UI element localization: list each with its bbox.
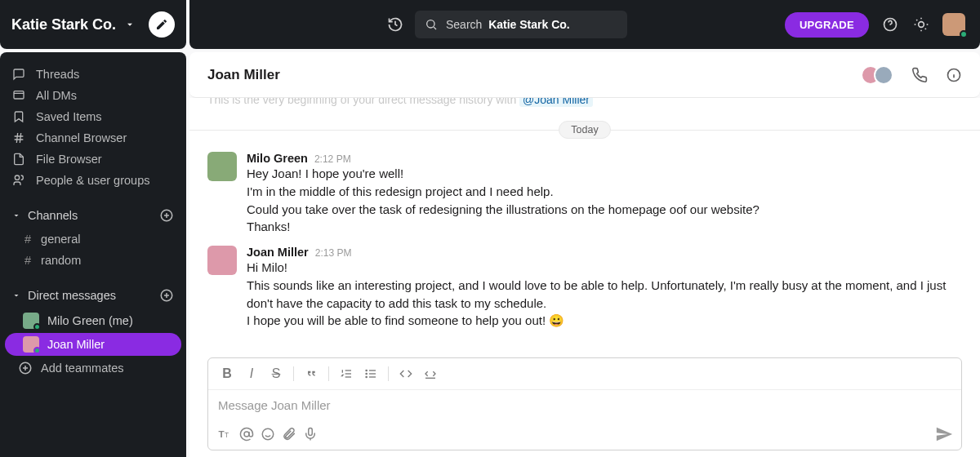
- message-input[interactable]: Message Joan Miller: [208, 390, 961, 420]
- user-avatar[interactable]: [942, 13, 965, 36]
- conversation-title: Joan Miller: [207, 67, 280, 83]
- notifications-button[interactable]: [911, 16, 931, 33]
- nav-label: Threads: [36, 68, 79, 81]
- svg-rect-0: [14, 91, 24, 99]
- upgrade-button[interactable]: UPGRADE: [785, 12, 869, 38]
- threads-icon: [11, 68, 26, 81]
- date-divider: Today: [189, 121, 980, 139]
- search-scope: Katie Stark Co.: [488, 18, 570, 31]
- dm-joan-miller[interactable]: Joan Miller: [5, 333, 181, 356]
- mic-button[interactable]: [303, 427, 318, 441]
- channel-random[interactable]: #random: [0, 250, 186, 271]
- compose-button[interactable]: [149, 11, 175, 38]
- caret-down-icon: [11, 291, 21, 300]
- intro-mention[interactable]: @Joan Miller: [519, 98, 593, 107]
- bullet-list-button[interactable]: [360, 365, 381, 383]
- presence-dot: [960, 30, 968, 38]
- date-label: Today: [559, 121, 610, 139]
- ordered-list-button[interactable]: [336, 365, 357, 383]
- message-body: Hey Joan! I hope you're well! I'm in the…: [247, 165, 760, 236]
- sidebar-scroll: Threads All DMs Saved Items Channel Brow…: [0, 52, 186, 457]
- plus-icon: [18, 361, 33, 375]
- message-time: 2:13 PM: [315, 247, 352, 259]
- svg-point-36: [366, 370, 367, 370]
- svg-line-5: [20, 133, 20, 143]
- formatting-toolbar: B I S: [208, 358, 961, 390]
- member-avatars[interactable]: [861, 65, 893, 85]
- history-button[interactable]: [387, 16, 403, 33]
- nav-channel-browser[interactable]: Channel Browser: [0, 127, 186, 149]
- svg-point-16: [427, 20, 434, 28]
- attach-button[interactable]: [282, 427, 296, 441]
- section-label: Direct messages: [28, 289, 116, 302]
- section-label: Channels: [28, 209, 78, 222]
- avatar: [23, 336, 39, 353]
- emoji-button[interactable]: [261, 427, 275, 441]
- svg-text:T: T: [225, 431, 229, 439]
- channels-section-header[interactable]: Channels: [0, 202, 186, 228]
- message-author[interactable]: Milo Green: [247, 152, 308, 165]
- code-button[interactable]: [395, 365, 416, 383]
- search-input[interactable]: Search Katie Stark Co.: [415, 11, 627, 38]
- svg-point-20: [919, 22, 924, 28]
- avatar: [874, 65, 893, 85]
- svg-rect-46: [309, 428, 313, 436]
- quote-button[interactable]: [301, 365, 322, 383]
- composer[interactable]: B I S Message Joan Miller TT: [207, 357, 962, 450]
- channel-name: random: [41, 254, 81, 267]
- hash-icon: #: [24, 254, 31, 267]
- bookmark-icon: [11, 110, 26, 123]
- svg-text:T: T: [219, 428, 225, 439]
- strike-button[interactable]: S: [265, 365, 287, 383]
- dm-milo-green[interactable]: Milo Green (me): [5, 309, 181, 332]
- italic-button[interactable]: I: [241, 365, 262, 383]
- workspace-header[interactable]: Katie Stark Co.: [0, 0, 186, 49]
- composer-area: B I S Message Joan Miller TT: [189, 349, 980, 457]
- avatar[interactable]: [207, 152, 237, 181]
- channel-general[interactable]: #general: [0, 228, 186, 250]
- svg-point-42: [244, 432, 249, 437]
- nav-people[interactable]: People & user groups: [0, 170, 186, 191]
- hash-icon: #: [24, 233, 31, 246]
- dms-section-header[interactable]: Direct messages: [0, 282, 186, 308]
- mention-button[interactable]: [239, 427, 254, 441]
- svg-line-4: [16, 133, 17, 143]
- nav-file-browser[interactable]: File Browser: [0, 149, 186, 170]
- add-dm-button[interactable]: [158, 287, 175, 304]
- nav-label: All DMs: [36, 89, 77, 102]
- nav-all-dms[interactable]: All DMs: [0, 85, 186, 106]
- nav-label: File Browser: [36, 153, 102, 166]
- nav-saved[interactable]: Saved Items: [0, 106, 186, 127]
- text-format-button[interactable]: TT: [216, 426, 233, 442]
- svg-line-24: [925, 29, 926, 29]
- nav-threads[interactable]: Threads: [0, 64, 186, 85]
- message-list[interactable]: This is the very beginning of your direc…: [189, 98, 980, 349]
- conversation-intro: This is the very beginning of your direc…: [189, 98, 980, 106]
- svg-line-17: [434, 27, 436, 29]
- message-author[interactable]: Joan Miller: [247, 246, 309, 259]
- info-button[interactable]: [946, 67, 962, 83]
- people-icon: [11, 174, 26, 187]
- bold-button[interactable]: B: [216, 365, 238, 383]
- help-button[interactable]: [880, 16, 900, 33]
- presence-dot: [33, 347, 41, 354]
- main-column: Search Katie Stark Co. UPGRADE Joan Mill…: [186, 0, 980, 457]
- codeblock-button[interactable]: [420, 365, 441, 383]
- nav-label: People & user groups: [36, 174, 149, 187]
- search-icon: [425, 18, 438, 31]
- topbar: Search Katie Stark Co. UPGRADE: [189, 0, 980, 49]
- add-teammates-label: Add teammates: [41, 362, 124, 375]
- message-time: 2:12 PM: [314, 153, 351, 165]
- conversation-header: Joan Miller: [189, 52, 980, 98]
- svg-point-43: [262, 428, 274, 440]
- avatar[interactable]: [207, 246, 237, 275]
- message-body: Hi Milo! This sounds like an interesting…: [247, 259, 962, 330]
- add-channel-button[interactable]: [158, 207, 175, 224]
- nav-label: Channel Browser: [36, 131, 127, 144]
- send-button[interactable]: [935, 425, 953, 443]
- add-teammates[interactable]: Add teammates: [0, 357, 186, 379]
- call-button[interactable]: [911, 67, 928, 83]
- workspace-name: Katie Stark Co.: [11, 16, 116, 33]
- channel-browser-icon: [11, 131, 26, 144]
- message: Milo Green2:12 PM Hey Joan! I hope you'r…: [189, 147, 980, 241]
